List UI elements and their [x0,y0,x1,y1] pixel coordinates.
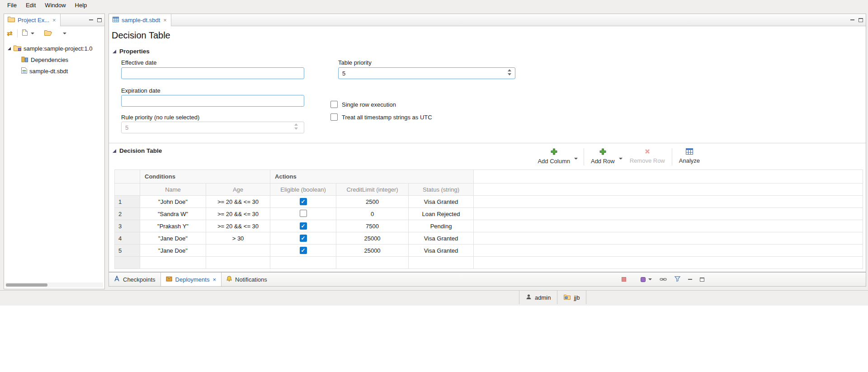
new-file-dropdown-caret[interactable] [31,33,34,34]
section-collapse-icon[interactable] [113,50,116,53]
add-row-dropdown-caret[interactable] [619,158,623,160]
maximize-icon[interactable] [700,278,704,282]
properties-section-header[interactable]: Properties [109,48,866,55]
eligible-checkbox[interactable]: ✓ [300,222,307,230]
credit-limit-cell[interactable]: 25000 [336,232,409,245]
deploy-menu-button[interactable] [640,277,652,283]
stop-icon[interactable] [622,277,626,282]
maximize-icon[interactable] [859,18,863,22]
add-row-button[interactable]: Add Row [590,147,616,165]
filter-icon[interactable] [675,276,680,283]
age-cell[interactable] [206,257,270,269]
credit-limit-cell[interactable]: 0 [336,208,409,220]
horizontal-scrollbar[interactable] [5,283,103,287]
close-icon[interactable]: × [52,17,57,23]
column-header-credit-limit[interactable]: CreditLimit (integer) [336,184,409,196]
new-file-icon[interactable] [22,29,28,37]
close-icon[interactable]: × [212,276,216,283]
decision-table-section-header[interactable]: Decision Table [109,147,866,154]
add-column-dropdown-caret[interactable] [574,158,578,160]
minimize-icon[interactable] [688,279,692,280]
row-number-cell[interactable]: 4 [115,232,140,245]
eligible-checkbox[interactable]: ✓ [300,235,307,242]
link-with-editor-icon[interactable]: ⇄ [7,30,13,37]
expanded-twistie-icon[interactable] [8,47,11,50]
eligible-cell[interactable]: ✓ [270,232,336,245]
age-cell[interactable]: >= 20 && <= 30 [206,208,270,220]
status-cell[interactable]: Loan Rejected [409,208,474,220]
age-cell[interactable]: >= 20 && <= 30 [206,196,270,208]
tab-deployments[interactable]: Deployments × [160,273,222,286]
treat-utc-checkbox[interactable]: ✓ [330,113,338,121]
tree-item-dependencies[interactable]: Dependencies [4,54,104,66]
column-header-eligible[interactable]: Eligible (boolean) [270,184,336,196]
status-cell[interactable]: Pending [409,220,474,232]
name-cell[interactable]: "Sandra W" [140,208,206,220]
conditions-group-header[interactable]: Conditions [140,170,270,184]
name-cell[interactable]: "Jane Doe" [140,245,206,257]
spinner-up-icon[interactable] [508,69,511,71]
row-number-cell[interactable] [115,257,140,269]
view-menu-caret[interactable] [63,33,66,34]
status-cell[interactable]: Visa Granted [409,245,474,257]
menu-edit[interactable]: Edit [21,1,40,9]
deploy-dropdown-caret[interactable] [648,278,652,280]
user-menu[interactable]: admin [519,291,557,304]
add-column-button[interactable]: Add Column [537,147,571,165]
age-cell[interactable] [206,245,270,257]
row-number-cell[interactable]: 5 [115,245,140,257]
maximize-icon[interactable] [97,18,102,22]
status-cell[interactable]: Visa Granted [409,196,474,208]
minimize-icon[interactable] [850,19,854,20]
eligible-cell[interactable]: ✓ [270,245,336,257]
column-header-name[interactable]: Name [140,184,206,196]
minimize-icon[interactable] [89,19,93,20]
close-icon[interactable]: × [163,17,167,23]
menu-help[interactable]: Help [71,1,92,9]
name-cell[interactable]: "John Doe" [140,196,206,208]
effective-date-input[interactable] [121,67,304,79]
credit-limit-cell[interactable]: 2500 [336,196,409,208]
tree-item-project-root[interactable]: sample:sample-project:1.0 [4,43,104,54]
tab-checkpoints[interactable]: Checkpoints [109,273,160,286]
row-number-cell[interactable]: 1 [115,196,140,208]
eligible-cell[interactable]: ✓ [270,220,336,232]
workspace-indicator[interactable]: jjb [557,291,586,304]
row-number-cell[interactable]: 2 [115,208,140,220]
column-header-status[interactable]: Status (string) [409,184,474,196]
actions-group-header[interactable]: Actions [270,170,474,184]
spinner-down-icon[interactable] [508,73,511,75]
credit-limit-cell[interactable]: 7500 [336,220,409,232]
tab-notifications[interactable]: Notifications [222,273,272,286]
expiration-date-input[interactable] [121,95,304,107]
link-icon[interactable] [660,276,667,283]
name-cell[interactable]: "Jane Doe" [140,232,206,245]
open-folder-icon[interactable] [44,30,52,37]
scrollbar-thumb[interactable] [6,283,47,287]
name-cell[interactable]: "Prakash Y" [140,220,206,232]
age-cell[interactable]: >= 20 && <= 30 [206,220,270,232]
credit-limit-cell[interactable] [336,257,409,269]
status-cell[interactable]: Visa Granted [409,232,474,245]
age-cell[interactable]: > 30 [206,232,270,245]
section-collapse-icon[interactable] [113,149,116,153]
eligible-cell[interactable]: ✓ [270,196,336,208]
table-priority-spinner[interactable] [508,69,511,75]
tree-item-sample-dt[interactable]: sample-dt.sbdt [4,66,104,77]
editor-tab-sample-dt[interactable]: sample-dt.sbdt × [109,14,171,26]
table-priority-input[interactable] [338,67,515,79]
eligible-cell[interactable]: ✓ [270,208,336,220]
eligible-cell[interactable] [270,257,336,269]
menu-window[interactable]: Window [40,1,70,9]
menu-file[interactable]: File [3,1,21,9]
name-cell[interactable] [140,257,206,269]
eligible-checkbox[interactable]: ✓ [300,198,307,205]
column-header-age[interactable]: Age [206,184,270,196]
eligible-checkbox[interactable]: ✓ [300,210,307,217]
analyze-button[interactable]: Analyze [678,147,701,165]
row-number-cell[interactable]: 3 [115,220,140,232]
status-cell[interactable] [409,257,474,269]
credit-limit-cell[interactable]: 25000 [336,245,409,257]
eligible-checkbox[interactable]: ✓ [300,247,307,254]
project-explorer-tab[interactable]: Project Ex... × [4,14,61,26]
